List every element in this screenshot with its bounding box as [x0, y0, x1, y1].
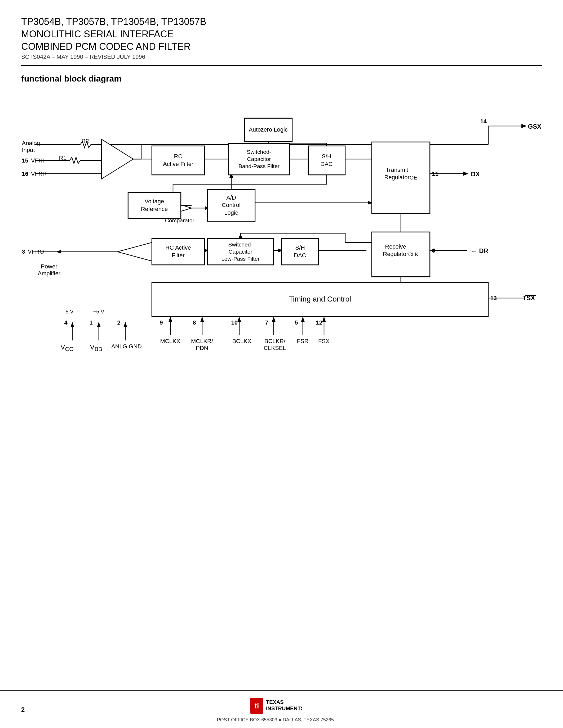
part-numbers: TP3054B, TP3057B, TP13054B, TP13057B [21, 16, 542, 27]
pin-4-num: 4 [64, 319, 68, 326]
title-line2: COMBINED PCM CODEC AND FILTER [21, 41, 542, 52]
functional-block-diagram: Autozero Logic RCActive Filter Switched-… [22, 92, 541, 462]
svg-marker-46 [367, 249, 372, 252]
analog-input-label: AnalogInput [22, 140, 40, 154]
title-line1: MONOLITHIC SERIAL INTERFACE [21, 28, 542, 40]
page: TP3054B, TP3057B, TP13054B, TP13057B MON… [0, 0, 563, 728]
ad-control-logic-box: A/DControlLogic [207, 190, 255, 221]
bclkx-label: BCLKX [226, 338, 258, 345]
rc-active-filter-bot-box: RC ActiveFilter [152, 239, 205, 265]
svg-marker-69 [168, 317, 172, 322]
comparator-label: Comparator [165, 217, 194, 224]
vcc-supply-label: VCC [56, 343, 78, 353]
pin-14-num: 14 [480, 118, 487, 125]
pin-10-num: 10 [231, 319, 238, 326]
svg-text:TEXAS: TEXAS [266, 699, 284, 705]
vfro-label: 3 VFRO [22, 248, 44, 255]
footer-center: ti TEXAS INSTRUMENTS POST OFFICE BOX 655… [217, 696, 334, 723]
pin-12-num: 12 [316, 319, 323, 326]
section-title: functional block diagram [21, 74, 542, 84]
dr-label: ← DR [471, 247, 488, 255]
footer-address: POST OFFICE BOX 655303 ● DALLAS, TEXAS 7… [217, 717, 334, 723]
vfxi-minus-label: 15 VFXI− [22, 157, 47, 164]
svg-marker-55 [56, 250, 61, 254]
sh-dac-top-box: S/HDAC [308, 146, 345, 175]
five-v-label: 5 V [59, 309, 80, 315]
timing-control-box: Timing and Control [152, 282, 488, 317]
doc-id: SCTS042A – MAY 1990 – REVISED JULY 1996 [21, 53, 542, 60]
svg-marker-73 [237, 317, 241, 322]
svg-marker-75 [272, 317, 275, 322]
sc-lpf-box: Switched-CapacitorLow-Pass Filter [207, 239, 274, 265]
dx-label: DX [471, 170, 480, 178]
svg-marker-77 [301, 317, 305, 322]
svg-marker-79 [322, 317, 326, 322]
vbb-supply-label: VBB [86, 343, 107, 353]
voltage-reference-box: VoltageReference [128, 192, 181, 219]
svg-marker-21 [521, 124, 527, 128]
neg-five-v-label: −5 V [88, 309, 109, 315]
autozero-logic-box: Autozero Logic [244, 118, 292, 142]
vfxi-plus-label: 16 VFXI+ [22, 170, 47, 177]
ti-logo: ti TEXAS INSTRUMENTS [249, 696, 302, 715]
mclkx-label: MCLKX [154, 338, 186, 345]
svg-marker-52 [117, 242, 152, 261]
svg-marker-90 [97, 322, 101, 327]
fsx-label: FSX [314, 338, 335, 345]
pin-7-num: 7 [265, 319, 268, 326]
pin-8-num: 8 [193, 319, 196, 326]
mclkr-pdn-label: MCLKR/PDN [186, 338, 218, 352]
tsx-label: TSX [523, 294, 535, 302]
power-amplifier-label: PowerAmplifier [38, 263, 61, 277]
footer: 2 ti TEXAS INSTRUMENTS POST OFFICE BOX 6… [0, 690, 563, 728]
pin-9-num: 9 [160, 319, 163, 326]
rc-active-filter-top-box: RCActive Filter [152, 146, 205, 175]
gsx-label: GSX [528, 123, 542, 130]
svg-marker-92 [123, 322, 127, 327]
svg-marker-4 [101, 139, 133, 179]
fsr-label: FSR [292, 338, 314, 345]
r2-label: R2 [82, 138, 89, 145]
pin-11-num: 11 [432, 170, 439, 177]
svg-text:ti: ti [254, 702, 259, 710]
header-rule [21, 65, 542, 66]
transmit-regulator-box: TransmitRegulatorOE [372, 142, 430, 213]
pin-6-num: 6 [432, 247, 435, 254]
r1-label: R1 [59, 155, 66, 161]
receive-regulator-box: ReceiveRegulatorCLK [372, 232, 430, 277]
sc-bpf-box: Switched-CapacitorBand-Pass Filter [229, 143, 290, 175]
pin-2-num: 2 [117, 319, 120, 326]
header: TP3054B, TP3057B, TP13054B, TP13057B MON… [21, 16, 542, 60]
svg-marker-71 [200, 317, 204, 322]
bclkr-clksel-label: BCLKR/CLKSEL [258, 338, 292, 352]
page-number: 2 [21, 706, 25, 713]
pin-13-num: 13 [490, 295, 497, 302]
pin-1-num: 1 [89, 319, 93, 326]
svg-marker-88 [70, 322, 74, 327]
anlg-gnd-label: ANLG GND [109, 343, 144, 350]
pin-5-num: 5 [295, 319, 298, 326]
sh-dac-bot-box: S/HDAC [282, 239, 319, 265]
svg-marker-40 [463, 172, 468, 176]
svg-text:INSTRUMENTS: INSTRUMENTS [266, 705, 302, 711]
